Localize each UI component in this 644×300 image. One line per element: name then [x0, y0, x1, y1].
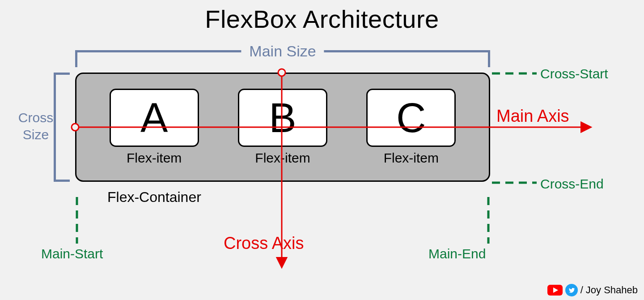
cross-start-label: Cross-Start	[540, 66, 608, 81]
cross-size-label: CrossSize	[13, 109, 58, 143]
flex-container: A Flex-item B Flex-item C Flex-item	[75, 73, 490, 182]
main-axis-label: Main Axis	[496, 107, 569, 126]
main-size-label: Main Size	[241, 43, 324, 60]
cross-axis-label: Cross Axis	[224, 234, 304, 253]
flex-item-c: C	[366, 89, 456, 147]
flex-item-b: B	[238, 89, 327, 147]
twitter-icon	[565, 284, 578, 296]
flex-item-wrap-c: C Flex-item	[366, 89, 456, 166]
credit-line: / Joy Shaheb	[547, 284, 638, 296]
flex-row: A Flex-item B Flex-item C Flex-item	[76, 74, 489, 180]
flex-item-a: A	[110, 89, 199, 147]
youtube-icon	[547, 285, 563, 296]
flex-container-caption: Flex-Container	[107, 189, 201, 206]
flex-item-label-c: Flex-item	[366, 150, 456, 166]
flex-item-label-a: Flex-item	[110, 150, 199, 166]
page-title: FlexBox Architecture	[0, 4, 644, 34]
cross-end-label: Cross-End	[540, 176, 604, 192]
flex-item-wrap-a: A Flex-item	[110, 89, 199, 166]
credit-name: Joy Shaheb	[586, 284, 638, 296]
main-end-label: Main-End	[428, 246, 486, 261]
flex-item-label-b: Flex-item	[238, 150, 327, 166]
diagram-stage: FlexBox Architecture Main Size CrossSize…	[0, 0, 644, 300]
flex-item-wrap-b: B Flex-item	[238, 89, 327, 166]
credit-prefix: /	[580, 284, 583, 296]
main-start-label: Main-Start	[41, 246, 103, 261]
main-size-bracket: Main Size	[75, 50, 490, 67]
